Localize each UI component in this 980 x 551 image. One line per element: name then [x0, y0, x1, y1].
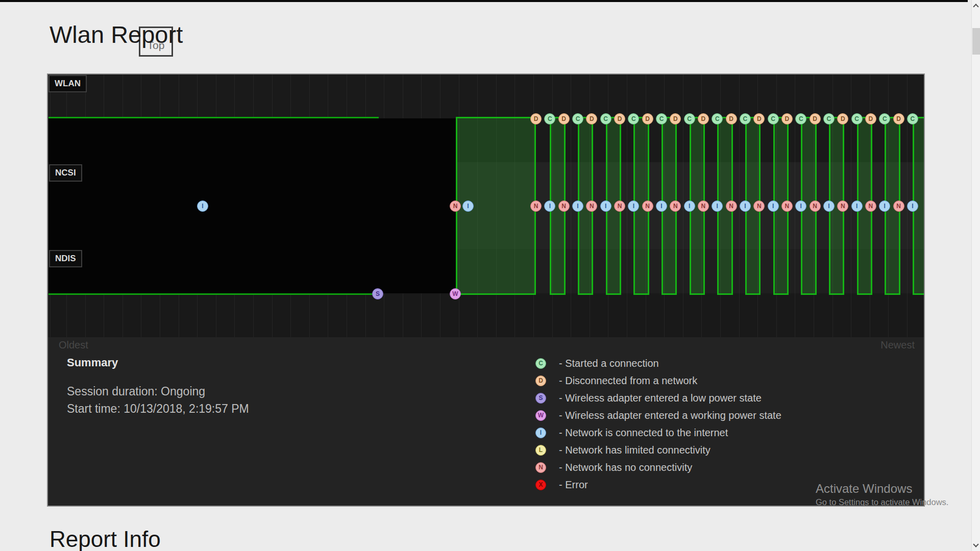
axis-label-newest: Newest	[880, 339, 915, 351]
wlan-timeline-chart: DCDCDCDCDCDCDCDCDCDCDCDCDCDCNINININININI…	[47, 73, 925, 507]
legend-item-S: S- Wireless adapter entered a low power …	[535, 389, 781, 407]
summary-section: Summary Session duration: Ongoing Start …	[67, 356, 249, 416]
event-marker-I: I	[197, 201, 208, 212]
legend-item-X: X- Error	[535, 476, 781, 493]
event-marker-D: D	[698, 113, 709, 124]
event-marker-C: C	[740, 113, 751, 124]
legend-label: - Started a connection	[559, 358, 659, 369]
row-label-ndis: NDIS	[49, 250, 82, 267]
event-marker-I: I	[462, 201, 474, 212]
event-marker-N: N	[698, 201, 709, 212]
summary-start-time: Start time: 10/13/2018, 2:19:57 PM	[67, 402, 249, 416]
watermark-title: Activate Windows	[816, 482, 948, 496]
event-marker-C: C	[600, 113, 611, 124]
event-marker-N: N	[614, 201, 625, 212]
event-marker-C: C	[851, 113, 863, 124]
event-marker-D: D	[614, 113, 625, 124]
event-marker-N: N	[726, 201, 737, 212]
event-marker-I: I	[656, 201, 667, 212]
summary-heading: Summary	[67, 356, 249, 369]
event-marker-N: N	[450, 201, 461, 212]
event-marker-N: N	[642, 201, 653, 212]
legend-label: - Disconnected from a network	[559, 375, 697, 387]
summary-session-duration: Session duration: Ongoing	[67, 385, 249, 398]
event-marker-N: N	[558, 201, 570, 212]
legend-label: - Network is connected to the internet	[559, 427, 728, 439]
window-top-edge	[0, 0, 968, 2]
legend-item-C: C- Started a connection	[535, 355, 781, 372]
event-marker-I: I	[851, 201, 863, 212]
activate-windows-watermark: Activate Windows Go to Settings to activ…	[816, 482, 948, 507]
event-marker-D: D	[781, 113, 793, 124]
legend-label: - Wireless adapter entered a working pow…	[559, 410, 781, 421]
event-marker-D: D	[865, 113, 876, 124]
event-marker-I: I	[684, 201, 695, 212]
event-marker-D: D	[893, 113, 904, 124]
legend-marker-icon-X: X	[535, 480, 546, 490]
session-dark	[48, 118, 456, 293]
legend-marker-icon-D: D	[535, 375, 546, 386]
legend-label: - Wireless adapter entered a low power s…	[559, 392, 762, 404]
event-marker-N: N	[893, 201, 904, 212]
event-marker-N: N	[781, 201, 793, 212]
event-marker-I: I	[572, 201, 583, 212]
legend-marker-icon-C: C	[535, 358, 546, 369]
watermark-subtitle: Go to Settings to activate Windows.	[816, 497, 948, 507]
event-marker-D: D	[810, 113, 821, 124]
event-marker-S: S	[372, 288, 383, 299]
event-marker-C: C	[572, 113, 583, 124]
event-marker-N: N	[810, 201, 821, 212]
legend-label: - Network has no connectivity	[559, 462, 692, 473]
band-lower	[48, 293, 924, 337]
legend-item-D: D- Disconnected from a network	[535, 372, 781, 389]
report-info-heading: Report Info	[50, 527, 161, 551]
legend-marker-icon-I: I	[535, 428, 546, 438]
row-label-ncsi: NCSI	[49, 164, 82, 182]
vertical-scrollbar[interactable]	[971, 0, 980, 551]
legend-marker-icon-S: S	[535, 393, 546, 404]
legend-marker-icon-N: N	[535, 462, 546, 473]
legend-label: - Network has limited connectivity	[559, 444, 710, 456]
legend-item-I: I- Network is connected to the internet	[535, 424, 781, 441]
event-marker-N: N	[865, 201, 876, 212]
legend-label: - Error	[559, 479, 588, 491]
event-marker-D: D	[558, 113, 570, 124]
event-marker-C: C	[768, 113, 779, 124]
event-marker-D: D	[726, 113, 737, 124]
event-marker-C: C	[656, 113, 667, 124]
legend: C- Started a connectionD- Disconnected f…	[535, 355, 781, 493]
event-marker-W: W	[450, 288, 461, 299]
legend-item-W: W- Wireless adapter entered a working po…	[535, 407, 781, 424]
event-marker-I: I	[740, 201, 751, 212]
legend-item-N: N- Network has no connectivity	[535, 459, 781, 476]
event-marker-I: I	[823, 201, 835, 212]
event-marker-I: I	[600, 201, 611, 212]
scroll-up-icon[interactable]	[973, 4, 978, 9]
event-marker-D: D	[642, 113, 653, 124]
chart-content: DCDCDCDCDCDCDCDCDCDCDCDCDCDCNINININININI…	[48, 74, 924, 506]
axis-label-oldest: Oldest	[59, 339, 88, 351]
event-marker-I: I	[907, 201, 918, 212]
event-marker-N: N	[530, 201, 542, 212]
session-line	[48, 117, 379, 118]
scrollbar-thumb[interactable]	[972, 28, 980, 55]
page-title: Wlan Report	[50, 20, 183, 48]
event-marker-C: C	[684, 113, 695, 124]
row-label-wlan: WLAN	[48, 75, 87, 92]
event-marker-C: C	[907, 113, 918, 124]
event-marker-D: D	[530, 113, 542, 124]
session-line	[48, 293, 379, 295]
legend-marker-icon-W: W	[535, 410, 546, 421]
event-marker-C: C	[823, 113, 835, 124]
legend-item-L: L- Network has limited connectivity	[535, 441, 781, 459]
scroll-down-icon[interactable]	[973, 541, 978, 547]
legend-marker-icon-L: L	[535, 445, 546, 456]
event-marker-I: I	[768, 201, 779, 212]
